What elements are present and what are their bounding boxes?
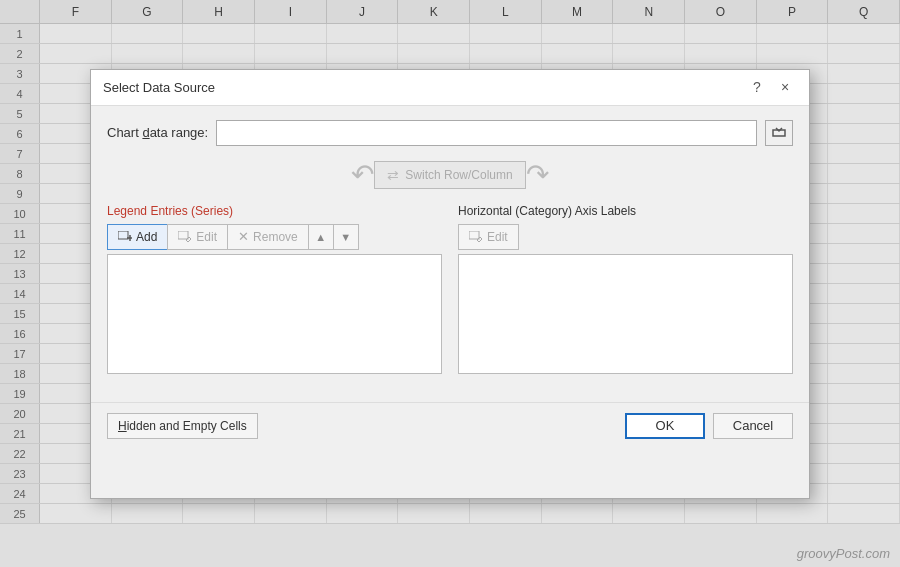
edit-series-button[interactable]: Edit bbox=[167, 224, 228, 250]
edit-series-label: Edit bbox=[196, 230, 217, 244]
remove-series-label: Remove bbox=[253, 230, 298, 244]
help-button[interactable]: ? bbox=[745, 75, 769, 99]
cancel-button[interactable]: Cancel bbox=[713, 413, 793, 439]
dialog-controls: ? × bbox=[745, 75, 797, 99]
svg-rect-1 bbox=[118, 231, 128, 239]
dialog-title: Select Data Source bbox=[103, 80, 215, 95]
axis-labels-section: Horizontal (Category) Axis Labels Edit bbox=[458, 204, 793, 374]
remove-series-button[interactable]: ✕ Remove bbox=[227, 224, 309, 250]
hidden-empty-cells-button[interactable]: Hidden and Empty Cells bbox=[107, 413, 258, 439]
switch-btn-label: Switch Row/Column bbox=[405, 168, 512, 182]
legend-toolbar: Add Edit ✕ Remove bbox=[107, 224, 442, 250]
footer-buttons: OK Cancel bbox=[625, 413, 793, 439]
edit-axis-button[interactable]: Edit bbox=[458, 224, 519, 250]
left-arrow-decoration: ↶ bbox=[294, 160, 374, 190]
dialog-titlebar: Select Data Source ? × bbox=[91, 70, 809, 106]
switch-row-column-area: ↶ ⇄ Switch Row/Column ↷ bbox=[107, 160, 793, 190]
svg-rect-5 bbox=[469, 231, 479, 239]
watermark: groovyPost.com bbox=[797, 546, 890, 561]
ok-button[interactable]: OK bbox=[625, 413, 705, 439]
right-arrow-decoration: ↷ bbox=[526, 160, 606, 190]
edit-axis-label: Edit bbox=[487, 230, 508, 244]
legend-entries-list[interactable] bbox=[107, 254, 442, 374]
range-label: Chart data range: bbox=[107, 125, 208, 140]
select-data-source-dialog: Select Data Source ? × Chart data range: bbox=[90, 69, 810, 499]
switch-row-column-button[interactable]: ⇄ Switch Row/Column bbox=[374, 161, 525, 189]
legend-section-label: Legend Entries (Series) bbox=[107, 204, 442, 218]
add-series-button[interactable]: Add bbox=[107, 224, 168, 250]
add-button-label: Add bbox=[136, 230, 157, 244]
remove-x-icon: ✕ bbox=[238, 229, 249, 244]
axis-toolbar: Edit bbox=[458, 224, 793, 250]
edit-series-icon bbox=[178, 231, 192, 243]
legend-entries-section: Legend Entries (Series) Add bbox=[107, 204, 442, 374]
switch-icon: ⇄ bbox=[387, 167, 399, 183]
hidden-cells-label: Hidden and Empty Cells bbox=[118, 419, 247, 433]
dialog-overlay: Select Data Source ? × Chart data range: bbox=[0, 0, 900, 567]
range-row: Chart data range: bbox=[107, 120, 793, 146]
move-series-up-button[interactable]: ▲ bbox=[308, 224, 334, 250]
add-series-icon bbox=[118, 231, 132, 243]
range-input[interactable] bbox=[216, 120, 757, 146]
curved-arrow-left-icon: ↶ bbox=[351, 161, 374, 189]
svg-rect-4 bbox=[178, 231, 188, 239]
close-button[interactable]: × bbox=[773, 75, 797, 99]
curved-arrow-right-icon: ↷ bbox=[526, 161, 549, 189]
move-series-down-button[interactable]: ▼ bbox=[333, 224, 359, 250]
edit-axis-icon bbox=[469, 231, 483, 243]
range-expand-button[interactable] bbox=[765, 120, 793, 146]
two-column-section: Legend Entries (Series) Add bbox=[107, 204, 793, 374]
dialog-body: Chart data range: ↶ ⇄ Switch Row/Column bbox=[91, 106, 809, 402]
axis-labels-list[interactable] bbox=[458, 254, 793, 374]
dialog-footer: Hidden and Empty Cells OK Cancel bbox=[91, 402, 809, 449]
axis-section-label: Horizontal (Category) Axis Labels bbox=[458, 204, 793, 218]
